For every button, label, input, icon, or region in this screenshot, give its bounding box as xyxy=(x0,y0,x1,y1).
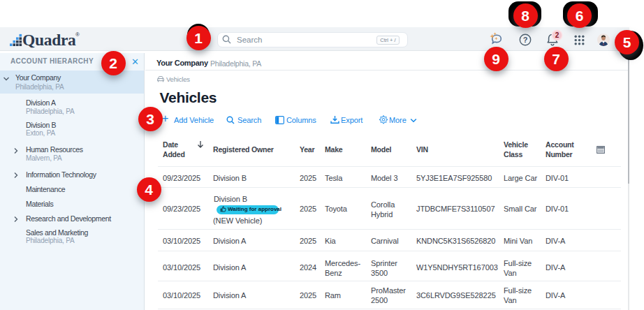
svg-text:?: ? xyxy=(523,36,528,44)
